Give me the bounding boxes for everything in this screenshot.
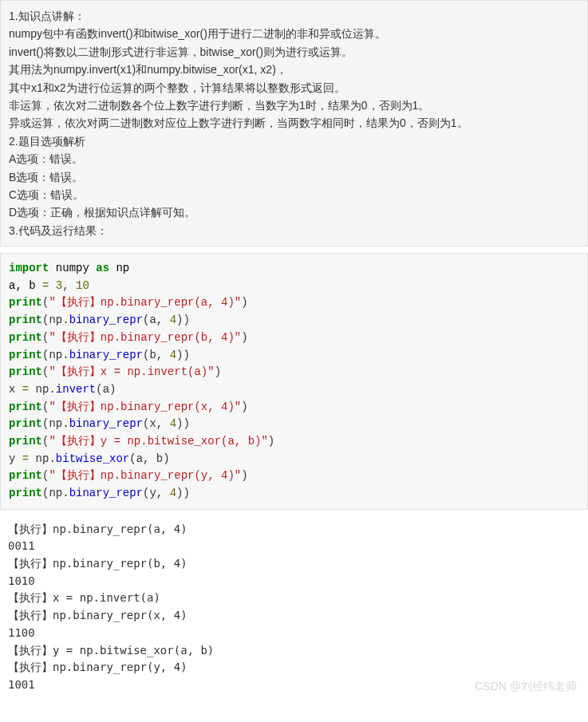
output-line: 【执行】np.binary_repr(a, 4) [8, 521, 580, 539]
code-line: print("【执行】y = np.bitwise_xor(a, b)") [9, 433, 579, 451]
explanation-line: numpy包中有函数invert()和bitwise_xor()用于进行二进制的… [9, 25, 579, 42]
explanation-line: 非运算，依次对二进制数各个位上数字进行判断，当数字为1时，结果为0，否则为1。 [9, 97, 579, 114]
explanation-line: 3.代码及运行结果： [9, 222, 579, 239]
output-section: 【执行】np.binary_repr(a, 4) 0011 【执行】np.bin… [0, 518, 588, 700]
code-line: print(np.binary_repr(x, 4)) [9, 416, 579, 433]
keyword-import: import [9, 262, 49, 274]
keyword-as: as [96, 262, 109, 274]
code-line: print(np.binary_repr(b, 4)) [9, 347, 579, 365]
output-line: 1001 [8, 677, 580, 694]
code-line: print("【执行】np.binary_repr(a, 4)") [9, 294, 579, 312]
explanation-line: D选项：正确，根据知识点详解可知。 [9, 203, 579, 221]
code-line: print(np.binary_repr(a, 4)) [9, 312, 579, 329]
code-line: print("【执行】np.binary_repr(b, 4)") [9, 329, 579, 347]
explanation-line: 其用法为numpy.invert(x1)和numpy.bitwise_xor(x… [9, 61, 579, 78]
explanation-line: B选项：错误。 [9, 168, 579, 186]
code-line: import numpy as np [9, 260, 579, 278]
output-line: 1100 [8, 625, 580, 642]
code-section: import numpy as np a, b = 3, 10 print("【… [0, 253, 588, 510]
code-line: print(np.binary_repr(y, 4)) [9, 485, 579, 503]
code-line: x = np.invert(a) [9, 381, 579, 399]
output-line: 【执行】np.binary_repr(y, 4) [8, 659, 580, 677]
output-line: 【执行】y = np.bitwise_xor(a, b) [8, 642, 580, 660]
output-line: 1010 [8, 573, 580, 590]
code-line: print("【执行】np.binary_repr(x, 4)") [9, 399, 579, 416]
explanation-line: invert()将数以二进制形式进行非运算，bitwise_xor()则为进行或… [9, 43, 579, 61]
explanation-section: 1.知识点讲解： numpy包中有函数invert()和bitwise_xor(… [0, 0, 588, 247]
explanation-line: 2.题目选项解析 [9, 132, 579, 150]
explanation-line: 其中x1和x2为进行位运算的两个整数，计算结果将以整数形式返回。 [9, 79, 579, 97]
code-line: print("【执行】x = np.invert(a)") [9, 364, 579, 381]
output-line: 0011 [8, 538, 580, 555]
explanation-line: 异或运算，依次对两二进制数对应位上数字进行判断，当两数字相同时，结果为0，否则为… [9, 114, 579, 132]
output-line: 【执行】np.binary_repr(b, 4) [8, 555, 580, 573]
explanation-line: A选项：错误。 [9, 150, 579, 168]
code-line: a, b = 3, 10 [9, 278, 579, 295]
explanation-line: 1.知识点讲解： [9, 7, 579, 25]
output-line: 【执行】x = np.invert(a) [8, 590, 580, 607]
explanation-line: C选项：错误。 [9, 186, 579, 203]
code-line: print("【执行】np.binary_repr(y, 4)") [9, 468, 579, 485]
code-line: y = np.bitwise_xor(a, b) [9, 451, 579, 468]
output-line: 【执行】np.binary_repr(x, 4) [8, 607, 580, 625]
